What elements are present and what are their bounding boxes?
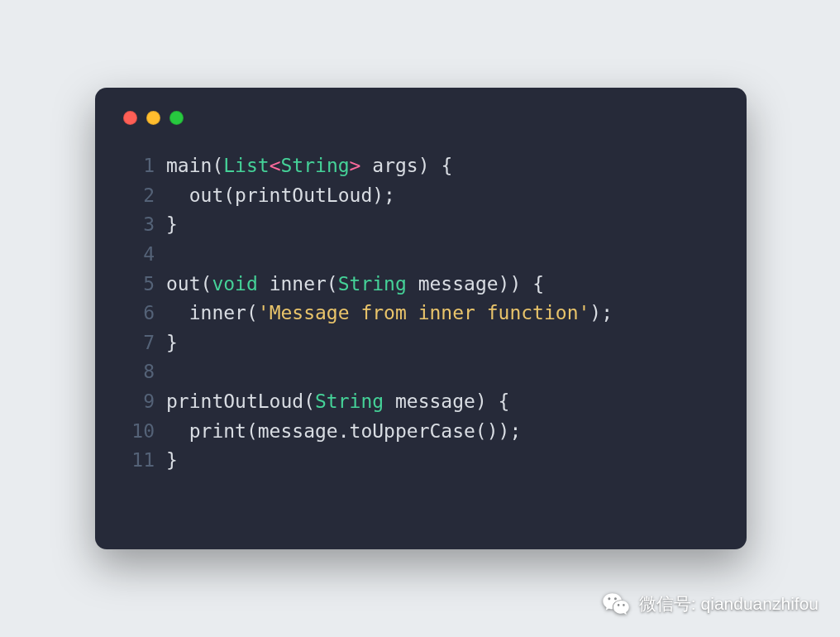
code-line: 6 inner('Message from inner function'); [120, 299, 722, 328]
token-keyword: List [223, 155, 269, 176]
token-default: print(message.toUpperCase()); [166, 420, 521, 442]
token-default: inner( [166, 302, 258, 323]
code-line: 7} [120, 328, 722, 358]
line-number: 5 [120, 270, 166, 299]
token-default: } [166, 449, 178, 471]
code-line: 11} [120, 446, 722, 476]
token-default: out( [166, 273, 212, 295]
token-string: 'Message from inner function' [258, 302, 590, 323]
window-controls [123, 111, 722, 125]
token-default: ); [589, 302, 613, 323]
code-card: 1main(List<String> args) {2 out(printOut… [95, 88, 747, 549]
token-default: args) { [360, 155, 452, 176]
code-block: 1main(List<String> args) {2 out(printOut… [120, 151, 722, 476]
line-content: out(void inner(String message)) { [166, 270, 544, 299]
line-content: print(message.toUpperCase()); [166, 417, 521, 447]
code-line: 3} [120, 210, 722, 240]
line-content: out(printOutLoud); [166, 181, 395, 211]
token-default: } [166, 332, 178, 353]
line-content: } [166, 210, 178, 240]
code-line: 2 out(printOutLoud); [120, 181, 722, 211]
token-default: } [166, 213, 178, 235]
line-number: 1 [120, 151, 166, 181]
token-keyword: String [281, 155, 350, 176]
line-number: 11 [120, 446, 166, 476]
close-icon[interactable] [123, 111, 137, 125]
line-content: } [166, 328, 178, 358]
token-default: main( [166, 155, 223, 176]
line-number: 10 [120, 417, 166, 447]
line-content: printOutLoud(String message) { [166, 387, 509, 417]
token-keyword: void [212, 273, 257, 295]
line-number: 7 [120, 328, 166, 358]
zoom-icon[interactable] [169, 111, 184, 125]
line-number: 2 [120, 181, 166, 211]
minimize-icon[interactable] [146, 111, 160, 125]
watermark: 微信号: qianduanzhifou [601, 589, 819, 619]
token-keyword: String [338, 273, 407, 295]
token-default: printOutLoud( [166, 390, 315, 412]
token-keyword: String [315, 390, 384, 412]
line-number: 6 [120, 299, 166, 328]
code-line: 9printOutLoud(String message) { [120, 387, 722, 417]
watermark-text: 微信号: qianduanzhifou [639, 592, 819, 615]
line-number: 4 [120, 240, 166, 270]
code-line: 1main(List<String> args) { [120, 151, 722, 181]
line-number: 9 [120, 387, 166, 417]
line-content: inner('Message from inner function'); [166, 299, 613, 328]
wechat-icon [601, 589, 631, 619]
code-line: 5out(void inner(String message)) { [120, 270, 722, 299]
token-default: message) { [384, 390, 509, 412]
line-content: } [166, 446, 178, 476]
line-number: 8 [120, 357, 166, 387]
token-punct-a: < [270, 155, 281, 176]
token-default: message)) { [407, 273, 544, 295]
line-content: main(List<String> args) { [166, 151, 452, 181]
code-line: 10 print(message.toUpperCase()); [120, 417, 722, 447]
line-number: 3 [120, 210, 166, 240]
token-default: inner( [258, 273, 338, 295]
token-punct-a: > [350, 155, 361, 176]
code-line: 4 [120, 240, 722, 270]
code-line: 8 [120, 357, 722, 387]
token-default: out(printOutLoud); [166, 184, 395, 206]
